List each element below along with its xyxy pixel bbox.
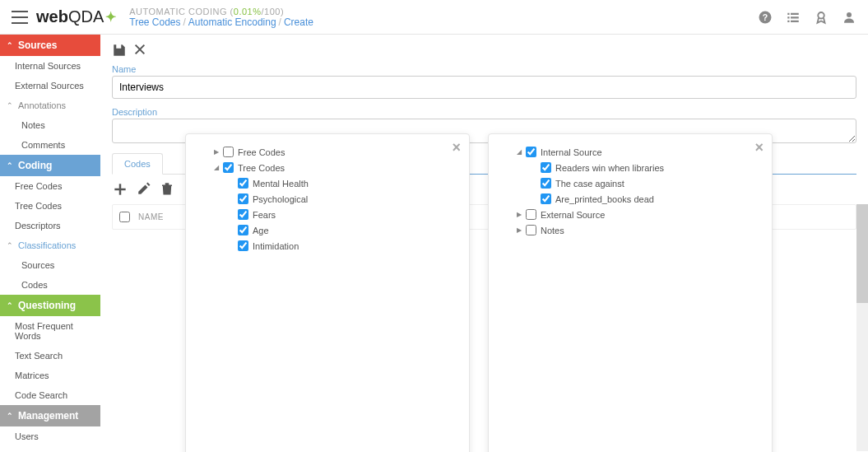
crumb-create[interactable]: Create bbox=[284, 16, 313, 28]
sidebar-section-coding[interactable]: ⌃Coding bbox=[0, 155, 100, 176]
svg-rect-2 bbox=[787, 12, 789, 14]
checkbox-age[interactable] bbox=[238, 225, 248, 235]
sidebar-item-notes[interactable]: Notes bbox=[0, 115, 100, 135]
sidebar-item-users[interactable]: Users bbox=[0, 426, 100, 446]
sidebar-item-free-codes[interactable]: Free Codes bbox=[0, 176, 100, 196]
close-icon[interactable]: × bbox=[452, 139, 461, 156]
tree-label: Readers win when libraries bbox=[555, 163, 664, 173]
sidebar-item-external-sources[interactable]: External Sources bbox=[0, 76, 100, 96]
hamburger-menu[interactable] bbox=[12, 11, 28, 24]
expand-icon[interactable]: ▶ bbox=[515, 211, 523, 218]
svg-rect-5 bbox=[791, 16, 799, 18]
description-label: Description bbox=[112, 107, 856, 117]
expand-icon[interactable]: ▶ bbox=[515, 226, 523, 234]
svg-point-9 bbox=[847, 12, 852, 17]
logo: webQDA✦ bbox=[36, 7, 116, 26]
sidebar-item-classifications[interactable]: ⌃Classifications bbox=[0, 235, 100, 255]
checkbox-psychological[interactable] bbox=[238, 193, 248, 204]
close-icon[interactable] bbox=[133, 43, 146, 58]
tree-label: Internal Source bbox=[541, 147, 602, 157]
tree-label: Intimidation bbox=[253, 241, 299, 251]
tree-label: The case against bbox=[555, 179, 624, 189]
svg-rect-4 bbox=[787, 16, 789, 18]
sidebar-section-sources[interactable]: ⌃Sources bbox=[0, 35, 100, 56]
checkbox-tree-codes[interactable] bbox=[223, 162, 234, 173]
svg-rect-3 bbox=[791, 12, 799, 14]
sidebar-section-questioning[interactable]: ⌃Questioning bbox=[0, 295, 100, 316]
sidebar-item-comments[interactable]: Comments bbox=[0, 135, 100, 155]
name-input[interactable] bbox=[112, 76, 856, 99]
add-icon[interactable] bbox=[112, 181, 128, 198]
checkbox-internal-source[interactable] bbox=[526, 147, 536, 157]
tree-label: Psychological bbox=[253, 194, 308, 204]
sidebar-item-matrices[interactable]: Matrices bbox=[0, 366, 100, 385]
checkbox-case-against[interactable] bbox=[541, 178, 551, 189]
breadcrumb: Tree Codes/Automatic Encoding/Create bbox=[129, 16, 758, 28]
checkbox-printed-books[interactable] bbox=[541, 193, 551, 204]
svg-rect-7 bbox=[791, 20, 799, 21]
user-icon[interactable] bbox=[842, 10, 856, 25]
tree-label: Fears bbox=[253, 210, 276, 220]
select-all-checkbox[interactable] bbox=[119, 212, 130, 222]
svg-text:?: ? bbox=[763, 12, 768, 21]
checkbox-notes[interactable] bbox=[526, 225, 536, 235]
tree-label: Mental Health bbox=[253, 179, 309, 189]
checkbox-readers-win[interactable] bbox=[541, 162, 551, 173]
edit-icon[interactable] bbox=[137, 181, 151, 198]
crumb-automatic-encoding[interactable]: Automatic Encoding bbox=[188, 16, 276, 28]
tree-label: External Source bbox=[541, 210, 605, 220]
sidebar-item-annotations[interactable]: ⌃Annotations bbox=[0, 96, 100, 115]
checkbox-free-codes[interactable] bbox=[223, 147, 234, 157]
column-name: NAME bbox=[138, 212, 164, 221]
checkbox-mental-health[interactable] bbox=[238, 178, 248, 189]
tab-codes[interactable]: Codes bbox=[112, 153, 163, 175]
sidebar-item-classifications-codes[interactable]: Codes bbox=[0, 275, 100, 295]
svg-rect-6 bbox=[787, 20, 789, 21]
tree-label: Age bbox=[253, 226, 269, 235]
close-icon[interactable]: × bbox=[754, 139, 764, 156]
list-icon[interactable] bbox=[786, 10, 801, 25]
checkbox-fears[interactable] bbox=[238, 209, 248, 220]
checkbox-intimidation[interactable] bbox=[238, 240, 248, 251]
tree-label: Are_printed_books dead bbox=[555, 194, 654, 204]
sidebar-item-tree-codes[interactable]: Tree Codes bbox=[0, 196, 100, 216]
sidebar-item-logbook[interactable]: Logbook bbox=[0, 446, 100, 452]
page-title: AUTOMATIC CODING (0.01%/100) bbox=[129, 7, 758, 16]
codes-modal: × ▶Free Codes ◢Tree Codes Mental Health … bbox=[185, 133, 470, 452]
checkbox-external-source[interactable] bbox=[526, 209, 536, 220]
help-icon[interactable]: ? bbox=[758, 10, 773, 25]
tree-label: Tree Codes bbox=[238, 163, 285, 173]
collapse-icon[interactable]: ◢ bbox=[515, 148, 523, 156]
tree-label: Free Codes bbox=[238, 147, 285, 157]
sidebar-item-mfw[interactable]: Most Frequent Words bbox=[0, 316, 100, 346]
save-icon[interactable] bbox=[112, 43, 127, 58]
sidebar: ⌃Sources Internal Sources External Sourc… bbox=[0, 35, 100, 452]
expand-icon[interactable]: ▶ bbox=[212, 148, 220, 156]
sidebar-item-internal-sources[interactable]: Internal Sources bbox=[0, 56, 100, 76]
delete-icon[interactable] bbox=[160, 181, 174, 198]
crumb-tree-codes[interactable]: Tree Codes bbox=[129, 16, 180, 28]
name-label: Name bbox=[112, 64, 856, 74]
sidebar-section-management[interactable]: ⌃Management bbox=[0, 405, 100, 426]
sources-modal: × ◢Internal Source Readers win when libr… bbox=[488, 133, 773, 452]
tree-label: Notes bbox=[541, 226, 564, 235]
scrollbar[interactable] bbox=[856, 204, 868, 451]
collapse-icon[interactable]: ◢ bbox=[212, 164, 220, 171]
sidebar-item-descriptors[interactable]: Descriptors bbox=[0, 216, 100, 235]
sidebar-item-code-search[interactable]: Code Search bbox=[0, 385, 100, 405]
sidebar-item-classifications-sources[interactable]: Sources bbox=[0, 255, 100, 275]
sidebar-item-text-search[interactable]: Text Search bbox=[0, 346, 100, 366]
svg-point-8 bbox=[818, 12, 824, 19]
award-icon[interactable] bbox=[814, 10, 829, 25]
